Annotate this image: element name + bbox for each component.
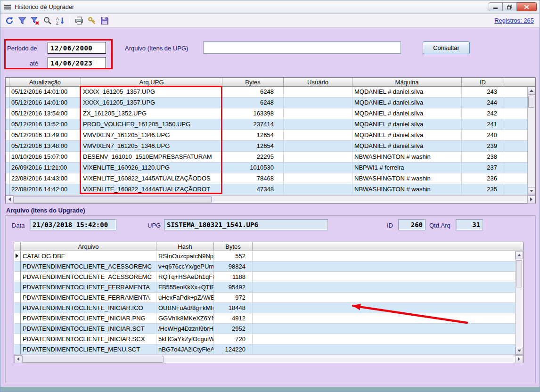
- cell-bytes: 47348: [222, 184, 284, 195]
- item-row[interactable]: PDVATENDIMENTOCLIENTE_INICIAR.SCX5kHGaYk…: [14, 334, 515, 344]
- column-header-hash[interactable]: Hash: [156, 242, 214, 251]
- cell-bytes: 4912: [214, 313, 253, 324]
- scroll-right-button[interactable]: [515, 355, 523, 363]
- vertical-scroll-thumb[interactable]: [528, 96, 534, 108]
- filter-button[interactable]: [16, 15, 28, 26]
- minimize-icon: [493, 5, 498, 9]
- scroll-up-button[interactable]: [528, 87, 535, 95]
- key-button[interactable]: [86, 15, 98, 26]
- horizontal-scroll-thumb[interactable]: [22, 356, 164, 363]
- upgrade-row[interactable]: 05/12/2016 13:49:00VMVIXEN7_161205_1346.…: [6, 130, 527, 141]
- cell-bytes: 1188: [214, 272, 253, 282]
- upgrade-row[interactable]: 10/10/2016 15:07:00DESENV_161010_1510EMP…: [6, 152, 527, 163]
- scroll-left-button[interactable]: [6, 196, 14, 204]
- cell-filler: [253, 303, 515, 313]
- cell-bytes: 12654: [222, 141, 284, 152]
- upg-label: UPG: [147, 222, 161, 229]
- consultar-button[interactable]: Consultar: [423, 41, 470, 54]
- upgrades-grid-horizontal-scrollbar[interactable]: [6, 195, 535, 203]
- upgrades-grid-vertical-scrollbar[interactable]: [527, 87, 535, 195]
- window-controls: [489, 2, 537, 11]
- print-button[interactable]: [73, 15, 85, 26]
- registros-link[interactable]: Registros: 265: [494, 17, 534, 24]
- column-header-arquivo[interactable]: Arquivo: [21, 242, 156, 251]
- application-window: Historico de Upgrader AZ: [0, 0, 540, 392]
- save-button[interactable]: [98, 15, 110, 26]
- restore-button[interactable]: [503, 2, 517, 11]
- column-header-maquina[interactable]: Máquina: [352, 78, 462, 87]
- cell-hash: uHexFaPdk+pZAWEC5ou9: [156, 293, 214, 303]
- cell-filler: [504, 152, 527, 163]
- cell-id: 238: [462, 152, 504, 163]
- arrow-down-icon: [517, 350, 521, 352]
- menu-icon[interactable]: [4, 5, 11, 9]
- window-titlebar[interactable]: Historico de Upgrader: [0, 0, 540, 14]
- item-row[interactable]: PDVATENDIMENTOCLIENTE_FERRAMENTAFB555eoK…: [14, 282, 515, 293]
- sort-button[interactable]: AZ: [54, 15, 66, 26]
- items-grid-header: Arquivo Hash Bytes: [14, 242, 523, 251]
- upgrade-row[interactable]: 05/12/2016 14:01:00XXXX_161205_1357.UPG6…: [6, 98, 527, 108]
- cell-bytes: 12654: [222, 130, 284, 141]
- item-row[interactable]: PDVATENDIMENTOCLIENTE_INICIAR.PNGGGVhIk8…: [14, 313, 515, 324]
- clear-filter-button[interactable]: [29, 15, 41, 26]
- upgrade-row[interactable]: 05/12/2016 13:52:00PROD_VOUCHER_161205_1…: [6, 119, 527, 130]
- horizontal-scroll-thumb[interactable]: [14, 196, 212, 203]
- vertical-scroll-thumb[interactable]: [516, 260, 522, 287]
- item-row[interactable]: PDVATENDIMENTOCLIENTE_FERRAMENTAuHexFaPd…: [14, 293, 515, 303]
- column-header-arq-upg[interactable]: Arq.UPG: [81, 78, 222, 87]
- ate-input[interactable]: [48, 57, 106, 69]
- items-grid-horizontal-scrollbar[interactable]: [14, 355, 523, 363]
- cell-atualizacao: 05/12/2016 13:48:00: [9, 141, 81, 152]
- cell-maquina: MQDANIEL # daniel.silva: [352, 98, 462, 108]
- cell-hash: RSInOuzcpatcN9NpEDgbg: [156, 251, 214, 261]
- cell-arq-upg: XXXX_161205_1357.UPG: [81, 98, 222, 108]
- upgrade-row[interactable]: 22/08/2016 14:42:00VIXENLITE_160822_1444…: [6, 184, 527, 195]
- scroll-up-button[interactable]: [515, 251, 523, 259]
- item-row[interactable]: CATALOG.DBFRSInOuzcpatcN9NpEDgbg552: [14, 251, 515, 261]
- upgrade-row[interactable]: 26/09/2016 11:21:00VIXENLITE_160926_1120…: [6, 163, 527, 173]
- scroll-right-button[interactable]: [527, 196, 535, 204]
- column-header-usuario[interactable]: Usuário: [284, 78, 352, 87]
- cell-arquivo: PDVATENDIMENTOCLIENTE_FERRAMENTA: [21, 282, 156, 293]
- item-row[interactable]: PDVATENDIMENTOCLIENTE_ACESSOREMCRQTq+HSA…: [14, 272, 515, 282]
- cell-atualizacao: 05/12/2016 13:49:00: [9, 130, 81, 141]
- find-button[interactable]: [41, 15, 53, 26]
- header-gutter: [14, 242, 21, 251]
- cell-arq-upg: DESENV_161010_1510EMPRESASFATURAM: [81, 152, 222, 163]
- key-icon: [88, 16, 96, 25]
- upgrade-row[interactable]: 22/08/2016 14:43:00VIXENLITE_160822_1445…: [6, 173, 527, 184]
- cell-maquina: NBWASHINGTON # washin: [352, 184, 462, 195]
- column-header-id[interactable]: ID: [462, 78, 504, 87]
- row-selector: [14, 313, 21, 324]
- minimize-button[interactable]: [489, 2, 503, 11]
- cell-filler: [504, 141, 527, 152]
- row-selector: [14, 324, 21, 334]
- upgrade-row[interactable]: 05/12/2016 13:48:00VMVIXEN7_161205_1346.…: [6, 141, 527, 152]
- close-button[interactable]: [517, 2, 537, 11]
- items-grid-vertical-scrollbar[interactable]: [515, 251, 523, 355]
- arrow-right-icon: [530, 197, 532, 201]
- find-icon: [43, 16, 52, 25]
- scroll-down-button[interactable]: [528, 187, 535, 195]
- upgrade-row[interactable]: 05/12/2016 13:54:00ZX_161205_1352.UPG163…: [6, 108, 527, 119]
- cell-bytes: 18448: [214, 303, 253, 313]
- cell-bytes: 552: [214, 251, 253, 261]
- column-header-atualizacao[interactable]: Atualização: [9, 78, 81, 87]
- item-row[interactable]: PDVATENDIMENTOCLIENTE_INICIAR.SCT/HcWHg4…: [14, 324, 515, 334]
- scroll-left-button[interactable]: [14, 355, 22, 363]
- item-row[interactable]: PDVATENDIMENTOCLIENTE_ACESSOREMCv+q676cc…: [14, 261, 515, 272]
- arquivo-upg-input[interactable]: [203, 41, 401, 54]
- column-header-bytes[interactable]: Bytes: [222, 78, 284, 87]
- cell-bytes: 98824: [214, 261, 253, 272]
- toolbar-separator: [69, 16, 70, 25]
- item-row[interactable]: PDVATENDIMENTOCLIENTE_INICIAR.ICOOUBN+uA…: [14, 303, 515, 313]
- scroll-down-button[interactable]: [515, 347, 523, 355]
- cell-filler: [504, 173, 527, 184]
- row-selector: [6, 141, 9, 152]
- cell-atualizacao: 10/10/2016 15:07:00: [9, 152, 81, 163]
- refresh-button[interactable]: [3, 15, 15, 26]
- periodo-de-input[interactable]: [48, 42, 106, 54]
- item-row[interactable]: PDVATENDIMENTOCLIENTE_MENU.SCTnBG7o4JA2i…: [14, 344, 515, 355]
- column-header-bytes[interactable]: Bytes: [214, 242, 253, 251]
- upgrade-row[interactable]: 05/12/2016 14:01:00XXXX_161205_1357.UPG6…: [6, 87, 527, 98]
